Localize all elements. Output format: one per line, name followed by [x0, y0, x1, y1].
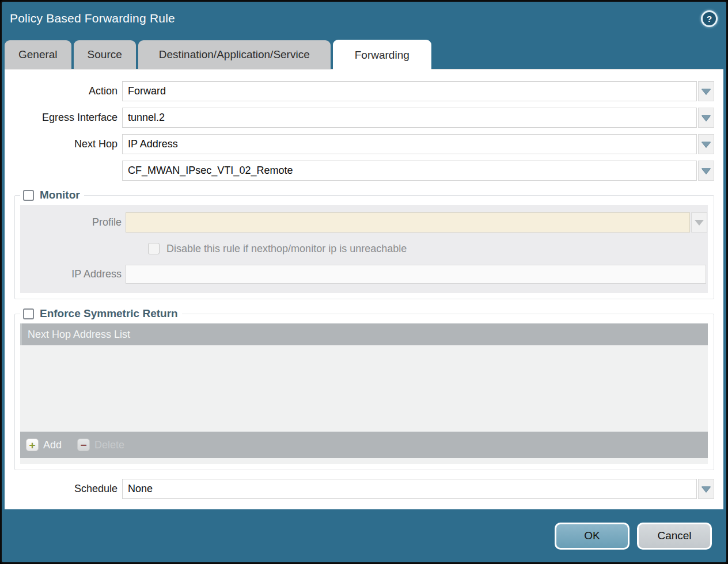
schedule-input[interactable] — [122, 479, 697, 499]
egress-interface-input[interactable] — [122, 108, 697, 128]
next-hop-list-toolbar: + Add − Delete — [20, 432, 708, 458]
next-hop-address-list-table: Next Hop Address List + Add − Delete — [20, 323, 708, 464]
plus-icon: + — [26, 439, 39, 451]
profile-label: Profile — [20, 216, 126, 228]
action-dropdown-button[interactable] — [698, 81, 714, 101]
delete-button: − Delete — [77, 439, 124, 451]
tab-destination-application-service[interactable]: Destination/Application/Service — [138, 40, 331, 69]
profile-row: Profile — [20, 212, 708, 233]
monitor-disabled-panel: Profile Disable this rule if nexthop/mon… — [20, 205, 708, 293]
next-hop-label: Next Hop — [5, 138, 122, 150]
chevron-down-icon — [702, 486, 711, 492]
next-hop-row: Next Hop — [5, 134, 723, 154]
dialog-footer: OK Cancel — [2, 509, 726, 562]
table-bottom-strip — [20, 458, 708, 464]
egress-interface-dropdown-button[interactable] — [698, 108, 714, 128]
disable-rule-checkbox — [148, 243, 160, 254]
monitor-legend-label: Monitor — [40, 189, 80, 201]
egress-interface-row: Egress Interface — [5, 108, 723, 128]
forwarding-tab-panel: Action Egress Interface Next Hop — [5, 69, 723, 509]
next-hop-address-list-body[interactable] — [20, 345, 708, 432]
disable-rule-label: Disable this rule if nexthop/monitor ip … — [166, 243, 407, 255]
action-row: Action — [5, 81, 723, 101]
delete-button-label: Delete — [94, 439, 124, 451]
schedule-dropdown-button[interactable] — [698, 479, 714, 499]
monitor-fieldset: Monitor Profile Disable this rule if nex… — [14, 189, 714, 299]
next-hop-address-row — [5, 161, 723, 181]
dialog-title: Policy Based Forwarding Rule — [10, 12, 175, 25]
symmetric-return-legend: Enforce Symmetric Return — [20, 307, 182, 320]
dialog-titlebar: Policy Based Forwarding Rule ? — [2, 2, 726, 35]
chevron-down-icon — [702, 168, 711, 174]
tab-general[interactable]: General — [5, 40, 71, 69]
help-icon[interactable]: ? — [701, 10, 718, 27]
next-hop-address-list-header: Next Hop Address List — [20, 323, 708, 345]
profile-dropdown-button — [691, 212, 707, 233]
chevron-down-icon — [702, 89, 711, 94]
chevron-down-icon — [702, 115, 711, 121]
tab-forwarding[interactable]: Forwarding — [333, 40, 431, 71]
monitor-legend: Monitor — [20, 189, 84, 201]
egress-interface-label: Egress Interface — [5, 112, 122, 124]
next-hop-type-input[interactable] — [122, 134, 697, 154]
next-hop-address-dropdown-button[interactable] — [698, 161, 714, 181]
tab-bar: General Source Destination/Application/S… — [2, 35, 726, 69]
minus-icon: − — [77, 439, 90, 451]
schedule-row: Schedule — [5, 479, 723, 499]
pbf-rule-dialog: Policy Based Forwarding Rule ? General S… — [0, 0, 728, 564]
ok-button[interactable]: OK — [555, 523, 630, 550]
next-hop-address-input[interactable] — [122, 161, 697, 181]
action-label: Action — [5, 85, 122, 97]
monitor-checkbox[interactable] — [23, 190, 34, 201]
profile-input — [126, 212, 690, 233]
schedule-label: Schedule — [5, 483, 122, 495]
monitor-ip-address-row: IP Address — [20, 264, 708, 284]
symmetric-return-legend-label: Enforce Symmetric Return — [40, 307, 178, 320]
monitor-ip-address-label: IP Address — [20, 268, 126, 280]
cancel-button[interactable]: Cancel — [637, 523, 712, 550]
symmetric-return-checkbox[interactable] — [23, 308, 34, 319]
chevron-down-icon — [702, 142, 711, 147]
tab-source[interactable]: Source — [74, 40, 136, 69]
chevron-down-icon — [695, 220, 704, 226]
add-button[interactable]: + Add — [26, 439, 62, 451]
monitor-ip-address-input — [126, 265, 706, 284]
add-button-label: Add — [43, 439, 62, 451]
disable-rule-row: Disable this rule if nexthop/monitor ip … — [148, 240, 708, 257]
symmetric-return-fieldset: Enforce Symmetric Return Next Hop Addres… — [14, 307, 714, 470]
next-hop-dropdown-button[interactable] — [698, 134, 714, 154]
action-input[interactable] — [122, 81, 697, 101]
